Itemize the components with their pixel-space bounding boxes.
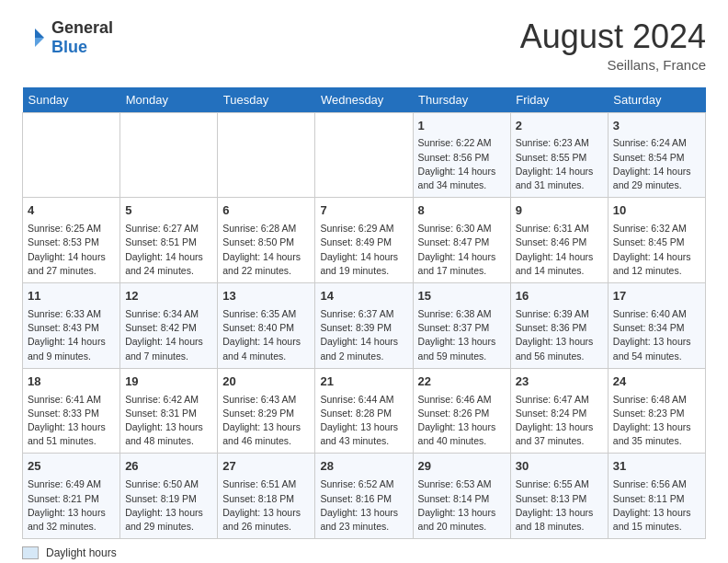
day-number: 27 [222,458,310,476]
day-content: Sunrise: 6:37 AM Sunset: 8:39 PM Dayligh… [320,307,407,363]
col-friday: Friday [510,87,608,113]
page-header: General Blue August 2024 Seillans, Franc… [22,18,706,73]
main-title: August 2024 [520,18,706,55]
calendar-cell: 17Sunrise: 6:40 AM Sunset: 8:34 PM Dayli… [608,283,705,369]
day-content: Sunrise: 6:35 AM Sunset: 8:40 PM Dayligh… [222,307,310,363]
calendar-cell: 3Sunrise: 6:24 AM Sunset: 8:54 PM Daylig… [608,112,705,198]
calendar-cell [315,112,413,198]
day-content: Sunrise: 6:31 AM Sunset: 8:46 PM Dayligh… [516,222,603,278]
calendar-cell: 23Sunrise: 6:47 AM Sunset: 8:24 PM Dayli… [510,368,608,454]
calendar-cell: 14Sunrise: 6:37 AM Sunset: 8:39 PM Dayli… [315,283,413,369]
day-content: Sunrise: 6:43 AM Sunset: 8:29 PM Dayligh… [222,393,310,449]
svg-marker-1 [35,38,44,47]
day-content: Sunrise: 6:53 AM Sunset: 8:14 PM Dayligh… [418,477,506,534]
day-number: 13 [222,288,310,305]
day-number: 8 [418,202,506,220]
day-content: Sunrise: 6:38 AM Sunset: 8:37 PM Dayligh… [418,307,506,363]
legend-label: Daylight hours [46,546,117,559]
calendar-header-row: Sunday Monday Tuesday Wednesday Thursday… [23,87,706,113]
day-content: Sunrise: 6:23 AM Sunset: 8:55 PM Dayligh… [516,136,603,192]
legend: Daylight hours [22,546,706,559]
day-content: Sunrise: 6:28 AM Sunset: 8:50 PM Dayligh… [222,222,310,278]
logo-blue: Blue [51,38,87,56]
day-number: 10 [613,202,700,220]
calendar-cell: 18Sunrise: 6:41 AM Sunset: 8:33 PM Dayli… [23,368,120,454]
day-number: 5 [125,202,212,220]
day-content: Sunrise: 6:48 AM Sunset: 8:23 PM Dayligh… [613,393,700,449]
col-tuesday: Tuesday [218,87,315,113]
day-content: Sunrise: 6:22 AM Sunset: 8:56 PM Dayligh… [418,136,506,192]
day-number: 11 [28,288,115,305]
day-content: Sunrise: 6:25 AM Sunset: 8:53 PM Dayligh… [28,222,115,278]
day-number: 9 [516,202,603,220]
calendar-cell: 9Sunrise: 6:31 AM Sunset: 8:46 PM Daylig… [510,198,608,283]
calendar-week-1: 1Sunrise: 6:22 AM Sunset: 8:56 PM Daylig… [23,112,706,198]
day-number: 12 [125,288,212,305]
calendar-cell: 5Sunrise: 6:27 AM Sunset: 8:51 PM Daylig… [120,198,218,283]
day-content: Sunrise: 6:47 AM Sunset: 8:24 PM Dayligh… [516,393,603,449]
day-number: 24 [613,373,700,391]
day-content: Sunrise: 6:27 AM Sunset: 8:51 PM Dayligh… [125,222,212,278]
day-number: 28 [320,458,407,476]
calendar-cell: 13Sunrise: 6:35 AM Sunset: 8:40 PM Dayli… [218,283,315,369]
day-number: 29 [418,458,506,476]
calendar-cell: 15Sunrise: 6:38 AM Sunset: 8:37 PM Dayli… [413,283,510,369]
day-number: 16 [516,288,603,305]
day-content: Sunrise: 6:40 AM Sunset: 8:34 PM Dayligh… [613,307,700,363]
col-wednesday: Wednesday [315,87,413,113]
day-content: Sunrise: 6:24 AM Sunset: 8:54 PM Dayligh… [613,136,700,192]
day-number: 1 [418,118,506,135]
calendar-cell [23,112,120,198]
day-number: 31 [613,458,700,476]
day-number: 7 [320,202,407,220]
calendar-cell: 10Sunrise: 6:32 AM Sunset: 8:45 PM Dayli… [608,198,705,283]
day-content: Sunrise: 6:34 AM Sunset: 8:42 PM Dayligh… [125,307,212,363]
day-content: Sunrise: 6:55 AM Sunset: 8:13 PM Dayligh… [516,477,603,534]
day-number: 21 [320,373,407,391]
legend-box [22,546,39,559]
calendar-cell: 16Sunrise: 6:39 AM Sunset: 8:36 PM Dayli… [510,283,608,369]
calendar-cell: 22Sunrise: 6:46 AM Sunset: 8:26 PM Dayli… [413,368,510,454]
day-content: Sunrise: 6:50 AM Sunset: 8:19 PM Dayligh… [125,477,212,534]
day-content: Sunrise: 6:41 AM Sunset: 8:33 PM Dayligh… [28,393,115,449]
day-content: Sunrise: 6:32 AM Sunset: 8:45 PM Dayligh… [613,222,700,278]
col-thursday: Thursday [413,87,510,113]
title-block: August 2024 Seillans, France [520,18,706,73]
calendar-body: 1Sunrise: 6:22 AM Sunset: 8:56 PM Daylig… [23,112,706,539]
calendar-week-3: 11Sunrise: 6:33 AM Sunset: 8:43 PM Dayli… [23,283,706,369]
col-saturday: Saturday [608,87,705,113]
day-number: 4 [28,202,115,220]
day-content: Sunrise: 6:49 AM Sunset: 8:21 PM Dayligh… [28,477,115,534]
day-number: 23 [516,373,603,391]
day-number: 14 [320,288,407,305]
day-number: 6 [222,202,310,220]
calendar-cell: 19Sunrise: 6:42 AM Sunset: 8:31 PM Dayli… [120,368,218,454]
logo-general: General [51,18,113,37]
day-number: 17 [613,288,700,305]
day-content: Sunrise: 6:44 AM Sunset: 8:28 PM Dayligh… [320,393,407,449]
subtitle: Seillans, France [520,57,706,73]
calendar-cell: 28Sunrise: 6:52 AM Sunset: 8:16 PM Dayli… [315,454,413,539]
calendar-cell: 27Sunrise: 6:51 AM Sunset: 8:18 PM Dayli… [218,454,315,539]
calendar-cell: 31Sunrise: 6:56 AM Sunset: 8:11 PM Dayli… [608,454,705,539]
calendar-cell [120,112,218,198]
day-content: Sunrise: 6:52 AM Sunset: 8:16 PM Dayligh… [320,477,407,534]
calendar-cell: 29Sunrise: 6:53 AM Sunset: 8:14 PM Dayli… [413,454,510,539]
day-number: 19 [125,373,212,391]
calendar-week-4: 18Sunrise: 6:41 AM Sunset: 8:33 PM Dayli… [23,368,706,454]
calendar-cell: 24Sunrise: 6:48 AM Sunset: 8:23 PM Dayli… [608,368,705,454]
day-content: Sunrise: 6:39 AM Sunset: 8:36 PM Dayligh… [516,307,603,363]
calendar-cell [218,112,315,198]
day-number: 18 [28,373,115,391]
calendar-cell: 4Sunrise: 6:25 AM Sunset: 8:53 PM Daylig… [23,198,120,283]
day-number: 22 [418,373,506,391]
day-number: 3 [613,118,700,135]
day-content: Sunrise: 6:51 AM Sunset: 8:18 PM Dayligh… [222,477,310,534]
day-content: Sunrise: 6:46 AM Sunset: 8:26 PM Dayligh… [418,393,506,449]
day-number: 2 [516,118,603,135]
day-content: Sunrise: 6:30 AM Sunset: 8:47 PM Dayligh… [418,222,506,278]
day-number: 20 [222,373,310,391]
day-number: 26 [125,458,212,476]
calendar-week-2: 4Sunrise: 6:25 AM Sunset: 8:53 PM Daylig… [23,198,706,283]
day-number: 25 [28,458,115,476]
